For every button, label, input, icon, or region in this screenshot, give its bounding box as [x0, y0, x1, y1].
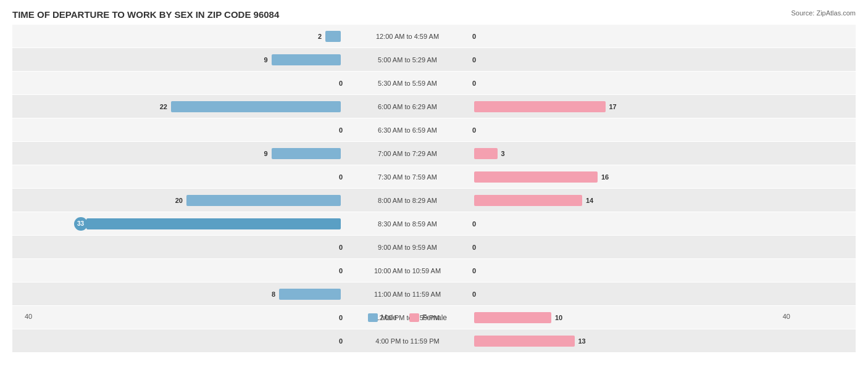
table-row: 0 5:30 AM to 5:59 AM 0 — [12, 72, 856, 94]
time-label: 5:30 AM to 5:59 AM — [346, 80, 469, 87]
legend: Male Female — [346, 313, 469, 322]
table-row: 9 5:00 AM to 5:29 AM 0 — [12, 48, 856, 71]
left-section: 9 — [12, 142, 346, 165]
female-value: 0 — [472, 220, 476, 228]
time-label: 9:00 AM to 9:59 AM — [346, 244, 469, 251]
legend-male-box — [368, 313, 378, 322]
left-section: 0 — [12, 236, 346, 258]
male-value: 9 — [264, 56, 267, 64]
chart-container: TIME OF DEPARTURE TO WORK BY SEX IN ZIP … — [0, 0, 868, 367]
legend-male-label: Male — [381, 313, 397, 322]
time-label: 6:30 AM to 6:59 AM — [346, 126, 469, 134]
female-bar — [474, 101, 606, 112]
left-section: 0 — [12, 306, 346, 329]
time-label: 8:30 AM to 8:59 AM — [346, 220, 469, 228]
male-value: 8 — [272, 291, 275, 298]
table-row: 9 7:00 AM to 7:29 AM 3 — [12, 142, 856, 165]
right-section: 10 — [469, 306, 803, 329]
legend-female: Female — [409, 313, 447, 322]
male-value: 0 — [339, 80, 343, 87]
male-value: 9 — [264, 150, 267, 157]
right-section: 3 — [469, 142, 803, 165]
time-label: 11:00 AM to 11:59 AM — [346, 291, 469, 298]
female-value: 0 — [472, 291, 476, 298]
female-value: 10 — [555, 314, 562, 321]
table-row: 0 6:30 AM to 6:59 AM 0 — [12, 118, 856, 141]
right-section: 0 — [469, 259, 803, 282]
left-section: 8 — [12, 282, 346, 305]
time-label: 10:00 AM to 10:59 AM — [346, 267, 469, 274]
male-bar — [279, 289, 341, 300]
right-section: 0 — [469, 25, 803, 47]
male-value: 2 — [318, 33, 322, 40]
table-row: 20 8:00 AM to 8:29 AM 14 — [12, 189, 856, 212]
female-value: 0 — [472, 56, 476, 64]
female-value: 13 — [578, 337, 586, 345]
female-value: 3 — [501, 150, 505, 157]
male-bar — [325, 31, 341, 42]
female-value: 0 — [472, 244, 476, 251]
male-bar — [86, 218, 341, 229]
time-label: 5:00 AM to 5:29 AM — [346, 56, 469, 64]
male-bar — [186, 195, 341, 206]
legend-male: Male — [368, 313, 397, 322]
right-section: 13 — [469, 329, 803, 352]
right-section: 16 — [469, 165, 803, 188]
right-section: 0 — [469, 48, 803, 71]
female-value: 0 — [472, 33, 476, 40]
female-value: 0 — [472, 267, 476, 274]
left-section: 0 — [12, 165, 346, 188]
female-value: 16 — [601, 173, 609, 181]
table-row: 22 6:00 AM to 6:29 AM 17 — [12, 95, 856, 118]
right-section: 0 — [469, 212, 803, 235]
right-section: 17 — [469, 95, 803, 118]
female-bar — [474, 148, 498, 159]
male-value: 0 — [339, 267, 343, 274]
left-section: 0 — [12, 72, 346, 94]
male-value: 33 — [74, 217, 88, 231]
female-bar — [474, 171, 598, 183]
female-value: 17 — [609, 103, 617, 110]
table-row: 0 10:00 AM to 10:59 AM 0 — [12, 259, 856, 282]
left-section: 33 — [12, 212, 346, 235]
male-value: 0 — [339, 337, 343, 345]
axis-center-spacer: Male Female — [346, 310, 469, 322]
source-text: Source: ZipAtlas.com — [791, 9, 856, 17]
left-section: 0 — [12, 259, 346, 282]
table-row: 8 11:00 AM to 11:59 AM 0 — [12, 282, 856, 305]
table-row: 33 8:30 AM to 8:59 AM 0 — [12, 212, 856, 235]
right-section: 14 — [469, 189, 803, 212]
chart-title: TIME OF DEPARTURE TO WORK BY SEX IN ZIP … — [12, 9, 856, 20]
legend-female-label: Female — [422, 313, 447, 322]
male-bar — [171, 101, 341, 112]
left-section: 20 — [12, 189, 346, 212]
right-section: 0 — [469, 282, 803, 305]
table-row: 0 7:30 AM to 7:59 AM 16 — [12, 165, 856, 188]
table-row: 0 4:00 PM to 11:59 PM 13 — [12, 329, 856, 352]
female-value: 0 — [472, 126, 476, 134]
time-label: 6:00 AM to 6:29 AM — [346, 103, 469, 110]
female-bar — [474, 336, 575, 347]
right-section: 0 — [469, 236, 803, 258]
male-value: 0 — [339, 244, 343, 251]
left-section: 0 — [12, 118, 346, 141]
time-label: 7:00 AM to 7:29 AM — [346, 150, 469, 157]
left-section: 0 — [12, 329, 346, 352]
male-value: 0 — [339, 173, 343, 181]
left-section: 2 — [12, 25, 346, 47]
right-section: 0 — [469, 118, 803, 141]
male-value: 0 — [339, 314, 343, 321]
female-bar — [474, 195, 582, 206]
table-row: 0 9:00 AM to 9:59 AM 0 — [12, 236, 856, 258]
male-value: 20 — [175, 197, 183, 204]
right-section: 0 — [469, 72, 803, 94]
legend-female-box — [409, 313, 419, 322]
left-section: 22 — [12, 95, 346, 118]
time-label: 8:00 AM to 8:29 AM — [346, 197, 469, 204]
rows-container: 2 12:00 AM to 4:59 AM 0 9 5:00 AM to 5:2… — [12, 25, 856, 308]
time-label: 7:30 AM to 7:59 AM — [346, 173, 469, 181]
female-bar — [474, 312, 551, 323]
chart-area: 2 12:00 AM to 4:59 AM 0 9 5:00 AM to 5:2… — [12, 25, 856, 327]
time-label: 12:00 AM to 4:59 AM — [346, 33, 469, 40]
left-section: 9 — [12, 48, 346, 71]
